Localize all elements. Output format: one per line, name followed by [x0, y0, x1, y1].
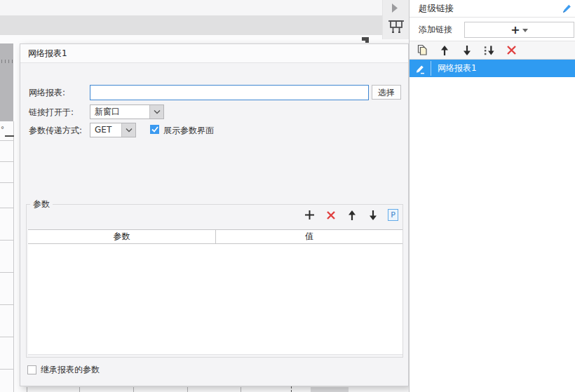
param-method-label: 参数传递方式: — [29, 125, 82, 137]
parameters-table-header: 参数 值 — [28, 229, 402, 244]
add-link-button[interactable]: + — [464, 22, 574, 38]
edit-pen-icon[interactable] — [560, 3, 571, 14]
row-header-ruler — [0, 43, 13, 121]
parameters-toolbar: P — [304, 209, 398, 221]
cell-border — [133, 387, 134, 392]
plus-icon: + — [510, 25, 520, 36]
show-params-label: 展示参数界面 — [163, 125, 214, 137]
add-link-label: 添加链接 — [419, 24, 452, 36]
grid-hline — [0, 140, 14, 141]
ruler-tick — [1, 60, 2, 63]
parameter-panel-icon[interactable]: P — [388, 209, 398, 221]
move-link-up-icon[interactable] — [438, 44, 450, 56]
pencil-icon — [410, 60, 431, 77]
ruler-tick — [8, 60, 9, 63]
hyperlink-panel: 超级链接 添加链接 + — [409, 0, 575, 392]
link-list-item-selected[interactable]: 网络报表1 — [410, 60, 575, 77]
report-component-icon[interactable] — [387, 18, 405, 35]
cell-border — [187, 387, 188, 392]
cell-border — [79, 387, 80, 392]
move-parameter-up-icon[interactable] — [346, 209, 358, 221]
canvas-side-strip — [382, 0, 409, 39]
page-break-line — [291, 386, 292, 392]
grid-hline — [0, 208, 14, 208]
show-params-checkbox[interactable] — [150, 125, 159, 134]
cell-border — [27, 387, 27, 392]
param-method-value: GET — [90, 123, 121, 137]
delete-parameter-icon[interactable] — [325, 209, 337, 221]
move-link-down-icon[interactable] — [461, 44, 473, 56]
dropdown-arrow-icon — [522, 29, 528, 32]
delete-link-icon[interactable] — [506, 44, 518, 56]
add-parameter-icon[interactable] — [304, 209, 316, 221]
ruler-tick — [5, 60, 6, 63]
chevron-down-icon[interactable] — [121, 123, 135, 137]
cell-content-fragment: ° — [1, 126, 4, 133]
copy-link-icon[interactable] — [416, 44, 428, 56]
move-parameter-down-icon[interactable] — [367, 209, 379, 221]
inherit-params-row: 继承报表的参数 — [27, 364, 100, 376]
parameters-table-body[interactable] — [28, 244, 402, 355]
hyperlink-dialog: 网络报表1 网络报表: 选择 链接打开于: 新窗口 参数传递方式: GET — [20, 43, 409, 386]
link-list-toolbar — [410, 41, 575, 60]
grid-hline — [0, 161, 14, 162]
report-field-label: 网络报表: — [29, 87, 65, 99]
selected-cell-fragment — [311, 387, 349, 392]
dialog-title: 网络报表1 — [20, 44, 408, 63]
grid-hline — [0, 240, 14, 241]
sort-links-icon[interactable] — [483, 44, 495, 56]
expand-panel-icon[interactable] — [391, 4, 398, 13]
canvas-top-area — [0, 0, 382, 15]
grid-hline — [0, 272, 14, 273]
ruler-tick — [12, 60, 13, 63]
panel-title: 超级链接 — [419, 3, 560, 15]
cell-content-fragment — [5, 135, 14, 137]
column-header-value[interactable]: 值 — [216, 230, 402, 243]
select-report-button[interactable]: 选择 — [372, 85, 401, 100]
open-in-select[interactable]: 新窗口 — [90, 104, 164, 119]
open-in-value: 新窗口 — [90, 105, 149, 119]
chevron-down-icon[interactable] — [149, 105, 163, 119]
grid-hline — [0, 182, 14, 183]
grid-hline — [0, 369, 14, 370]
add-link-row: 添加链接 + — [410, 18, 575, 41]
parameters-group-title: 参数 — [30, 198, 53, 210]
canvas-toolbar-band — [0, 15, 382, 35]
grid-hline — [0, 337, 14, 337]
link-list-item-label: 网络报表1 — [431, 60, 477, 77]
app-window: ° 网络报表1 网络报表: 选择 链接打开于: 新窗口 参数传递方式: — [0, 0, 575, 392]
open-in-label: 链接打开于: — [29, 107, 74, 119]
param-method-select[interactable]: GET — [90, 123, 136, 137]
parameters-group: 参数 P 参数 值 — [26, 204, 403, 358]
cell-border — [241, 387, 241, 392]
report-path-input[interactable] — [90, 85, 369, 100]
inherit-params-checkbox[interactable] — [27, 365, 36, 374]
inherit-params-label: 继承报表的参数 — [41, 364, 100, 376]
panel-header: 超级链接 — [410, 0, 575, 18]
column-header-parameter[interactable]: 参数 — [28, 230, 216, 243]
grid-hline — [0, 304, 14, 305]
